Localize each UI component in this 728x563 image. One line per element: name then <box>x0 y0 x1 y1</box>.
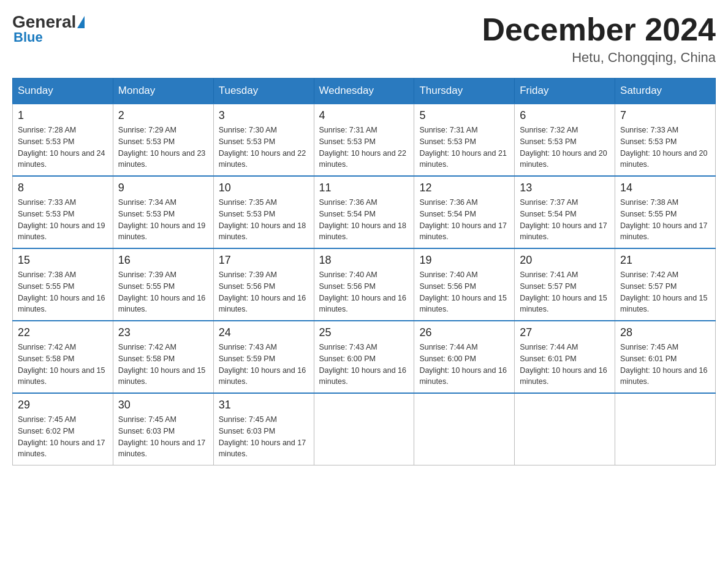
calendar-cell-day-20: 20 Sunrise: 7:41 AM Sunset: 5:57 PM Dayl… <box>515 248 615 321</box>
day-info: Sunrise: 7:45 AM Sunset: 6:03 PM Dayligh… <box>219 414 309 460</box>
day-info: Sunrise: 7:44 AM Sunset: 6:01 PM Dayligh… <box>520 342 610 388</box>
calendar-header-row: SundayMondayTuesdayWednesdayThursdayFrid… <box>13 79 716 104</box>
calendar-cell-day-14: 14 Sunrise: 7:38 AM Sunset: 5:55 PM Dayl… <box>615 176 716 248</box>
calendar-cell-day-21: 21 Sunrise: 7:42 AM Sunset: 5:57 PM Dayl… <box>615 248 716 321</box>
day-info: Sunrise: 7:45 AM Sunset: 6:02 PM Dayligh… <box>18 414 108 460</box>
day-info: Sunrise: 7:43 AM Sunset: 5:59 PM Dayligh… <box>219 342 309 388</box>
day-number: 23 <box>118 326 208 339</box>
calendar-cell-day-5: 5 Sunrise: 7:31 AM Sunset: 5:53 PM Dayli… <box>414 104 515 176</box>
day-info: Sunrise: 7:30 AM Sunset: 5:53 PM Dayligh… <box>219 124 309 170</box>
day-number: 18 <box>319 254 409 267</box>
calendar-table: SundayMondayTuesdayWednesdayThursdayFrid… <box>12 78 716 465</box>
calendar-cell-day-7: 7 Sunrise: 7:33 AM Sunset: 5:53 PM Dayli… <box>615 104 716 176</box>
day-info: Sunrise: 7:42 AM Sunset: 5:58 PM Dayligh… <box>118 342 208 388</box>
day-info: Sunrise: 7:31 AM Sunset: 5:53 PM Dayligh… <box>319 124 409 170</box>
calendar-cell-empty <box>414 393 515 465</box>
day-number: 30 <box>118 399 208 412</box>
day-info: Sunrise: 7:33 AM Sunset: 5:53 PM Dayligh… <box>18 197 108 243</box>
day-number: 29 <box>18 399 108 412</box>
day-info: Sunrise: 7:34 AM Sunset: 5:53 PM Dayligh… <box>118 197 208 243</box>
day-number: 26 <box>419 326 509 339</box>
calendar-cell-day-24: 24 Sunrise: 7:43 AM Sunset: 5:59 PM Dayl… <box>213 321 314 393</box>
day-number: 3 <box>219 109 309 122</box>
calendar-cell-day-4: 4 Sunrise: 7:31 AM Sunset: 5:53 PM Dayli… <box>314 104 414 176</box>
day-number: 4 <box>319 109 409 122</box>
calendar-cell-empty <box>615 393 716 465</box>
day-info: Sunrise: 7:29 AM Sunset: 5:53 PM Dayligh… <box>118 124 208 170</box>
day-number: 7 <box>620 109 710 122</box>
day-info: Sunrise: 7:45 AM Sunset: 6:01 PM Dayligh… <box>620 342 710 388</box>
calendar-day-header-monday: Monday <box>113 79 213 104</box>
day-info: Sunrise: 7:41 AM Sunset: 5:57 PM Dayligh… <box>520 269 610 315</box>
calendar-cell-day-26: 26 Sunrise: 7:44 AM Sunset: 6:00 PM Dayl… <box>414 321 515 393</box>
day-info: Sunrise: 7:33 AM Sunset: 5:53 PM Dayligh… <box>620 124 710 170</box>
location: Hetu, Chongqing, China <box>482 50 716 66</box>
calendar-cell-day-28: 28 Sunrise: 7:45 AM Sunset: 6:01 PM Dayl… <box>615 321 716 393</box>
day-number: 2 <box>118 109 208 122</box>
calendar-week-row-4: 22 Sunrise: 7:42 AM Sunset: 5:58 PM Dayl… <box>13 321 716 393</box>
day-info: Sunrise: 7:36 AM Sunset: 5:54 PM Dayligh… <box>319 197 409 243</box>
title-area: December 2024 Hetu, Chongqing, China <box>482 12 716 66</box>
calendar-cell-day-8: 8 Sunrise: 7:33 AM Sunset: 5:53 PM Dayli… <box>13 176 113 248</box>
calendar-cell-day-3: 3 Sunrise: 7:30 AM Sunset: 5:53 PM Dayli… <box>213 104 314 176</box>
day-info: Sunrise: 7:38 AM Sunset: 5:55 PM Dayligh… <box>18 269 108 315</box>
day-number: 25 <box>319 326 409 339</box>
day-number: 12 <box>419 182 509 194</box>
calendar-cell-day-16: 16 Sunrise: 7:39 AM Sunset: 5:55 PM Dayl… <box>113 248 213 321</box>
calendar-week-row-5: 29 Sunrise: 7:45 AM Sunset: 6:02 PM Dayl… <box>13 393 716 465</box>
day-info: Sunrise: 7:36 AM Sunset: 5:54 PM Dayligh… <box>419 197 509 243</box>
calendar-day-header-thursday: Thursday <box>414 79 515 104</box>
day-info: Sunrise: 7:40 AM Sunset: 5:56 PM Dayligh… <box>319 269 409 315</box>
calendar-cell-day-23: 23 Sunrise: 7:42 AM Sunset: 5:58 PM Dayl… <box>113 321 213 393</box>
calendar-day-header-sunday: Sunday <box>13 79 113 104</box>
day-info: Sunrise: 7:44 AM Sunset: 6:00 PM Dayligh… <box>419 342 509 388</box>
calendar-day-header-wednesday: Wednesday <box>314 79 414 104</box>
calendar-week-row-2: 8 Sunrise: 7:33 AM Sunset: 5:53 PM Dayli… <box>13 176 716 248</box>
month-title: December 2024 <box>482 12 716 47</box>
calendar-cell-day-19: 19 Sunrise: 7:40 AM Sunset: 5:56 PM Dayl… <box>414 248 515 321</box>
day-info: Sunrise: 7:28 AM Sunset: 5:53 PM Dayligh… <box>18 124 108 170</box>
calendar-cell-day-17: 17 Sunrise: 7:39 AM Sunset: 5:56 PM Dayl… <box>213 248 314 321</box>
calendar-cell-day-31: 31 Sunrise: 7:45 AM Sunset: 6:03 PM Dayl… <box>213 393 314 465</box>
day-number: 19 <box>419 254 509 267</box>
calendar-cell-empty <box>314 393 414 465</box>
calendar-cell-day-1: 1 Sunrise: 7:28 AM Sunset: 5:53 PM Dayli… <box>13 104 113 176</box>
calendar-day-header-friday: Friday <box>515 79 615 104</box>
calendar-cell-day-10: 10 Sunrise: 7:35 AM Sunset: 5:53 PM Dayl… <box>213 176 314 248</box>
day-info: Sunrise: 7:39 AM Sunset: 5:55 PM Dayligh… <box>118 269 208 315</box>
calendar-cell-day-27: 27 Sunrise: 7:44 AM Sunset: 6:01 PM Dayl… <box>515 321 615 393</box>
day-info: Sunrise: 7:43 AM Sunset: 6:00 PM Dayligh… <box>319 342 409 388</box>
day-info: Sunrise: 7:38 AM Sunset: 5:55 PM Dayligh… <box>620 197 710 243</box>
day-number: 1 <box>18 109 108 122</box>
day-number: 6 <box>520 109 610 122</box>
day-info: Sunrise: 7:42 AM Sunset: 5:58 PM Dayligh… <box>18 342 108 388</box>
calendar-cell-day-30: 30 Sunrise: 7:45 AM Sunset: 6:03 PM Dayl… <box>113 393 213 465</box>
calendar-cell-day-18: 18 Sunrise: 7:40 AM Sunset: 5:56 PM Dayl… <box>314 248 414 321</box>
logo-triangle-icon <box>77 16 85 28</box>
day-info: Sunrise: 7:39 AM Sunset: 5:56 PM Dayligh… <box>219 269 309 315</box>
day-number: 11 <box>319 182 409 194</box>
day-number: 5 <box>419 109 509 122</box>
day-number: 31 <box>219 399 309 412</box>
calendar-cell-day-25: 25 Sunrise: 7:43 AM Sunset: 6:00 PM Dayl… <box>314 321 414 393</box>
day-info: Sunrise: 7:32 AM Sunset: 5:53 PM Dayligh… <box>520 124 610 170</box>
calendar-cell-day-9: 9 Sunrise: 7:34 AM Sunset: 5:53 PM Dayli… <box>113 176 213 248</box>
page-header: General Blue December 2024 Hetu, Chongqi… <box>12 12 716 66</box>
calendar-cell-day-29: 29 Sunrise: 7:45 AM Sunset: 6:02 PM Dayl… <box>13 393 113 465</box>
day-number: 24 <box>219 326 309 339</box>
day-number: 15 <box>18 254 108 267</box>
calendar-week-row-1: 1 Sunrise: 7:28 AM Sunset: 5:53 PM Dayli… <box>13 104 716 176</box>
calendar-day-header-tuesday: Tuesday <box>213 79 314 104</box>
calendar-cell-day-12: 12 Sunrise: 7:36 AM Sunset: 5:54 PM Dayl… <box>414 176 515 248</box>
calendar-cell-empty <box>515 393 615 465</box>
calendar-cell-day-22: 22 Sunrise: 7:42 AM Sunset: 5:58 PM Dayl… <box>13 321 113 393</box>
calendar-cell-day-11: 11 Sunrise: 7:36 AM Sunset: 5:54 PM Dayl… <box>314 176 414 248</box>
day-info: Sunrise: 7:31 AM Sunset: 5:53 PM Dayligh… <box>419 124 509 170</box>
calendar-cell-day-2: 2 Sunrise: 7:29 AM Sunset: 5:53 PM Dayli… <box>113 104 213 176</box>
day-number: 17 <box>219 254 309 267</box>
day-number: 14 <box>620 182 710 194</box>
calendar-cell-day-15: 15 Sunrise: 7:38 AM Sunset: 5:55 PM Dayl… <box>13 248 113 321</box>
day-info: Sunrise: 7:42 AM Sunset: 5:57 PM Dayligh… <box>620 269 710 315</box>
day-number: 9 <box>118 182 208 194</box>
day-number: 20 <box>520 254 610 267</box>
